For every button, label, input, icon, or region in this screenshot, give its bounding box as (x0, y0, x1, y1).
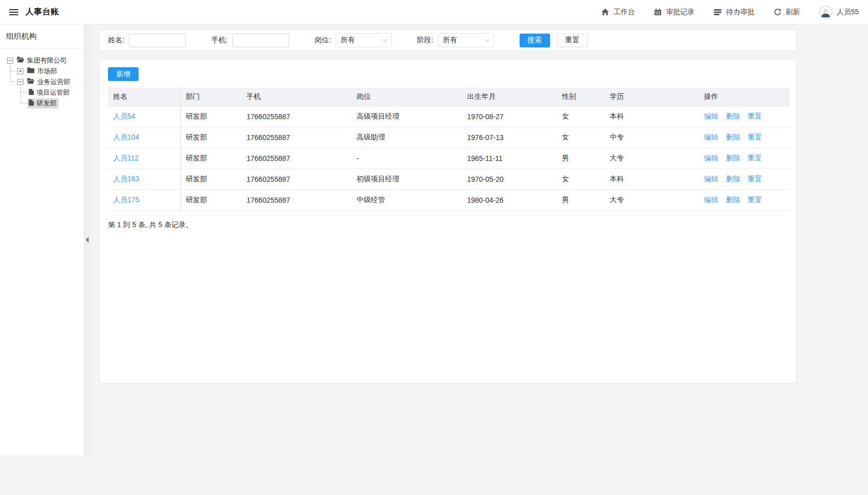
sidebar-collapse-handle[interactable] (85, 24, 91, 455)
tree-node-label[interactable]: 市场部 (37, 67, 57, 76)
stage-filter-label: 阶段: (417, 36, 433, 45)
cell-edu: 本科 (605, 106, 699, 127)
app-title: 人事台账 (25, 7, 59, 17)
tree-node-label[interactable]: 集团有限公司 (27, 56, 67, 65)
org-sidebar: 组织机构 集团有限公司 市场部 (0, 24, 85, 455)
avatar-icon (819, 6, 832, 19)
nav-workbench[interactable]: 工作台 (601, 8, 635, 17)
cell-edu: 本科 (605, 169, 699, 190)
chevron-down-icon (382, 37, 387, 42)
table-header-row: 姓名 部门 手机 岗位 出生年月 性别 学历 操作 (108, 88, 790, 106)
tree-node-project-ops[interactable]: 项目运管部 (3, 87, 81, 98)
person-name-link[interactable]: 人员175 (113, 196, 139, 204)
refresh-icon (774, 8, 781, 16)
post-filter-value: 所有 (341, 36, 355, 45)
cell-actions: 编辑 删除 重置 (699, 106, 790, 127)
delete-link[interactable]: 删除 (726, 133, 740, 141)
person-name-link[interactable]: 人员112 (113, 154, 139, 162)
stage-filter-select[interactable]: 所有 (438, 33, 494, 47)
row-reset-link[interactable]: 重置 (748, 133, 762, 141)
col-header-edu: 学历 (605, 88, 699, 106)
col-header-gender: 性别 (557, 88, 605, 106)
table-row: 人员54 研发部 17660255887 高级项目经理 1970-08-27 女… (108, 106, 790, 127)
edit-link[interactable]: 编辑 (704, 112, 718, 120)
nav-pending-approvals[interactable]: 待办审批 (714, 8, 754, 17)
nav-approval-records-label: 审批记录 (666, 8, 694, 17)
cell-phone: 17660255887 (241, 127, 351, 148)
search-button[interactable]: 搜索 (520, 34, 550, 47)
delete-link[interactable]: 删除 (726, 112, 740, 120)
tree-node-label[interactable]: 研发部 (37, 99, 57, 108)
col-header-actions: 操作 (699, 88, 790, 106)
cell-gender: 女 (557, 127, 605, 148)
table-body: 人员54 研发部 17660255887 高级项目经理 1970-08-27 女… (108, 106, 790, 211)
delete-link[interactable]: 删除 (726, 196, 740, 204)
table-row: 人员112 研发部 17660255887 - 1965-11-11 男 大专 … (108, 148, 790, 169)
cell-birth: 1970-08-27 (462, 106, 557, 127)
user-name: 人员55 (836, 8, 859, 17)
edit-link[interactable]: 编辑 (704, 175, 718, 183)
add-button[interactable]: 新增 (108, 67, 139, 81)
collapse-icon[interactable] (7, 58, 13, 64)
personnel-table: 姓名 部门 手机 岗位 出生年月 性别 学历 操作 人员54 研发部 17660… (108, 88, 790, 211)
row-reset-link[interactable]: 重置 (748, 154, 762, 162)
file-icon (29, 99, 34, 107)
cell-actions: 编辑 删除 重置 (699, 127, 790, 148)
cell-gender: 女 (557, 169, 605, 190)
collapse-icon[interactable] (17, 79, 23, 85)
nav-workbench-label: 工作台 (613, 8, 635, 17)
tree-node-business-ops[interactable]: 业务运营部 (3, 76, 81, 87)
edit-link[interactable]: 编辑 (704, 154, 718, 162)
cell-actions: 编辑 删除 重置 (699, 148, 790, 169)
tree-node-label[interactable]: 业务运营部 (37, 77, 70, 87)
filter-bar: 姓名: 手机: 岗位: 所有 阶段: 所有 搜索 (99, 30, 797, 51)
nav-refresh-label: 刷新 (785, 8, 800, 17)
cell-gender: 男 (557, 190, 605, 211)
cell-post: 中级经管 (351, 190, 462, 211)
row-reset-link[interactable]: 重置 (748, 196, 762, 204)
cell-gender: 男 (557, 148, 605, 169)
top-bar: 人事台账 工作台 审批记录 待办审批 刷新 人员55 (0, 0, 868, 24)
nav-approval-records[interactable]: 审批记录 (654, 8, 694, 17)
phone-filter-input[interactable] (232, 34, 289, 47)
table-row: 人员163 研发部 17660255887 初级项目经理 1970-05-20 … (108, 169, 790, 190)
col-header-name: 姓名 (108, 88, 180, 106)
menu-toggle-icon[interactable] (9, 8, 18, 17)
file-icon (29, 89, 34, 97)
delete-link[interactable]: 删除 (726, 154, 740, 162)
folder-open-icon (27, 78, 35, 86)
chevron-down-icon (484, 37, 490, 42)
person-name-link[interactable]: 人员104 (113, 133, 139, 141)
row-reset-link[interactable]: 重置 (748, 112, 762, 120)
tasks-icon (714, 9, 722, 16)
folder-open-icon (17, 57, 24, 64)
sidebar-title: 组织机构 (0, 24, 84, 48)
nav-pending-approvals-label: 待办审批 (726, 8, 754, 17)
calendar-icon (654, 8, 662, 16)
tree-node-marketing[interactable]: 市场部 (3, 66, 81, 76)
cell-edu: 中专 (605, 127, 699, 148)
name-filter-input[interactable] (129, 34, 186, 47)
home-icon (601, 8, 609, 16)
cell-phone: 17660255887 (241, 148, 351, 169)
cell-dept: 研发部 (180, 127, 241, 148)
row-reset-link[interactable]: 重置 (748, 175, 762, 183)
phone-filter-label: 手机: (211, 36, 228, 45)
table-row: 人员104 研发部 17660255887 高级助理 1976-07-13 女 … (108, 127, 790, 148)
cell-birth: 1965-11-11 (462, 148, 557, 169)
tree-node-rd-dept[interactable]: 研发部 (3, 98, 81, 108)
edit-link[interactable]: 编辑 (704, 196, 718, 204)
reset-filters-button[interactable]: 重置 (557, 34, 588, 47)
post-filter-select[interactable]: 所有 (336, 33, 392, 47)
nav-refresh[interactable]: 刷新 (774, 8, 800, 17)
person-name-link[interactable]: 人员54 (113, 112, 135, 120)
edit-link[interactable]: 编辑 (704, 133, 718, 141)
user-menu[interactable]: 人员55 (819, 6, 859, 19)
cell-birth: 1980-04-26 (462, 190, 557, 211)
person-name-link[interactable]: 人员163 (113, 175, 139, 183)
delete-link[interactable]: 删除 (726, 175, 740, 183)
tree-node-company[interactable]: 集团有限公司 (3, 55, 81, 66)
expand-icon[interactable] (17, 68, 23, 74)
tree-node-label[interactable]: 项目运管部 (37, 88, 70, 97)
cell-dept: 研发部 (180, 106, 241, 127)
